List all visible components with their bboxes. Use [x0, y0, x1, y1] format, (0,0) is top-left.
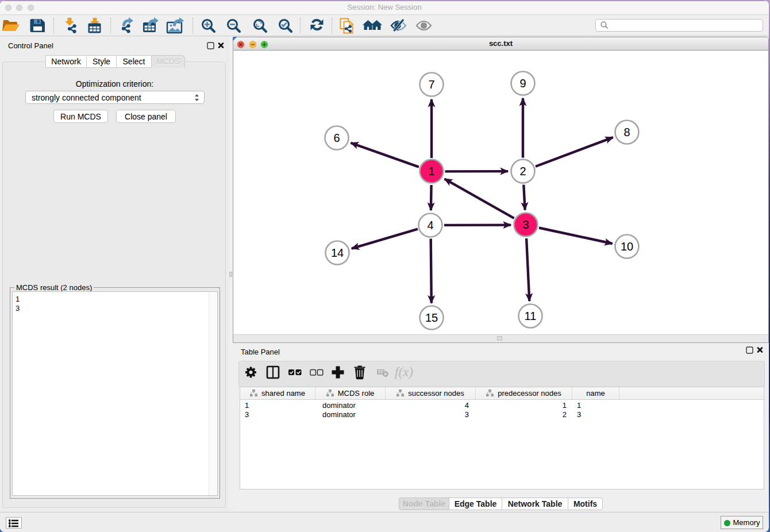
svg-text:10: 10 — [621, 240, 633, 253]
svg-text:4: 4 — [427, 219, 433, 232]
svg-text:1: 1 — [428, 165, 434, 178]
svg-text:14: 14 — [331, 246, 344, 259]
svg-text:9: 9 — [519, 77, 526, 90]
svg-text:15: 15 — [425, 311, 438, 324]
svg-text:6: 6 — [333, 132, 340, 144]
svg-text:f(x): f(x) — [395, 365, 413, 379]
svg-text:7: 7 — [428, 78, 434, 91]
svg-text:3: 3 — [522, 218, 529, 231]
svg-text:8: 8 — [623, 126, 630, 138]
svg-text:11: 11 — [525, 310, 537, 322]
svg-text:2: 2 — [519, 165, 526, 178]
